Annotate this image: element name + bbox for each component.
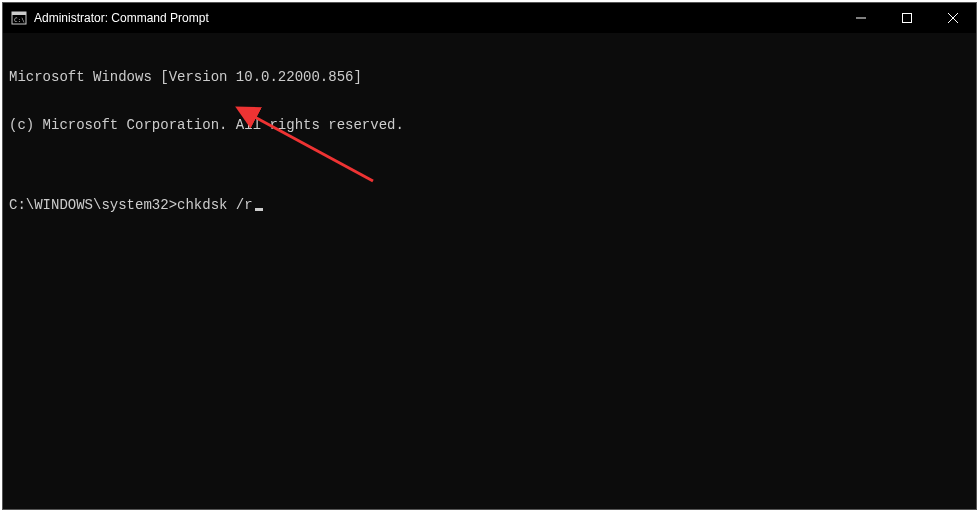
titlebar-left: C:\ Administrator: Command Prompt xyxy=(11,10,209,26)
command-prompt-window: C:\ Administrator: Command Prompt Micros… xyxy=(2,2,977,510)
terminal-cursor xyxy=(255,208,263,211)
window-title: Administrator: Command Prompt xyxy=(34,11,209,25)
close-button[interactable] xyxy=(930,3,976,33)
terminal-line-copyright: (c) Microsoft Corporation. All rights re… xyxy=(9,117,970,133)
terminal-area[interactable]: Microsoft Windows [Version 10.0.22000.85… xyxy=(3,33,976,509)
svg-text:C:\: C:\ xyxy=(14,16,25,23)
svg-rect-1 xyxy=(12,12,26,15)
terminal-prompt-line: C:\WINDOWS\system32>chkdsk /r xyxy=(9,197,970,213)
terminal-command: chkdsk /r xyxy=(177,197,253,213)
cmd-icon: C:\ xyxy=(11,10,27,26)
terminal-line-version: Microsoft Windows [Version 10.0.22000.85… xyxy=(9,69,970,85)
maximize-button[interactable] xyxy=(884,3,930,33)
svg-rect-4 xyxy=(903,14,912,23)
titlebar-controls xyxy=(838,3,976,33)
titlebar[interactable]: C:\ Administrator: Command Prompt xyxy=(3,3,976,33)
minimize-button[interactable] xyxy=(838,3,884,33)
terminal-prompt: C:\WINDOWS\system32> xyxy=(9,197,177,213)
